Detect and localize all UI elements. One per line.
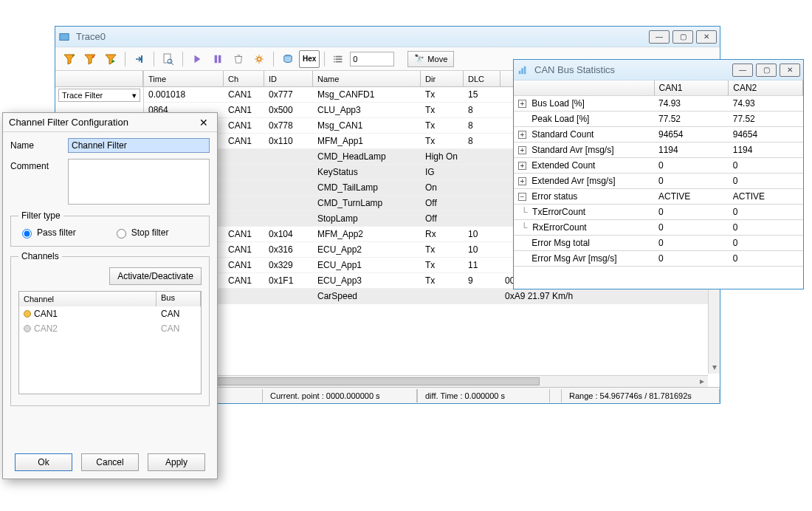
comment-textarea[interactable] <box>68 159 210 205</box>
maximize-button[interactable]: ▢ <box>756 64 777 77</box>
signal-row[interactable]: CarSpeed0xA9 21.97 Km/h <box>144 289 720 304</box>
tree-branch-icon: └ <box>518 222 530 233</box>
name-input[interactable] <box>68 138 210 153</box>
svg-rect-3 <box>164 54 171 63</box>
stats-row[interactable]: Peak Load [%]77.5277.52 <box>514 112 803 127</box>
activate-deactivate-button[interactable]: Activate/Deactivate <box>109 267 202 285</box>
col-ch[interactable]: Ch <box>224 71 264 86</box>
stats-row[interactable]: + Extended Count00 <box>514 158 803 174</box>
ok-button[interactable]: Ok <box>15 453 72 471</box>
svg-point-10 <box>334 58 335 60</box>
stats-row[interactable]: └ TxErrorCount00 <box>514 205 803 220</box>
horizontal-scrollbar[interactable]: ◂ ▸ <box>144 375 708 387</box>
filter-type-legend: Filter type <box>18 210 63 221</box>
list-icon[interactable] <box>329 50 348 68</box>
close-icon[interactable]: ✕ <box>196 116 211 129</box>
stats-row[interactable]: − Error statusACTIVEACTIVE <box>514 189 803 205</box>
bulb-icon <box>24 310 31 318</box>
hex-toggle-icon[interactable]: Hex <box>299 50 320 68</box>
channel-list: Channel Bus CAN1CANCAN2CAN <box>18 291 202 394</box>
trace-filter-dropdown[interactable]: Trace Filter ▾ <box>58 89 140 102</box>
bulb-icon <box>24 325 31 332</box>
stats-row[interactable]: + Standard Avr [msg/s]11941194 <box>514 143 803 158</box>
status-current: Current. point : 0000.000000 s <box>262 389 417 402</box>
stats-col-can1[interactable]: CAN1 <box>654 80 729 96</box>
svg-rect-5 <box>215 55 218 63</box>
expand-icon[interactable]: + <box>518 146 526 154</box>
channel-list-col-channel[interactable]: Channel <box>19 292 156 306</box>
stats-table: CAN1 CAN2 + Bus Load [%]74.9374.93 Peak … <box>514 80 803 267</box>
channel-list-row[interactable]: CAN1CAN <box>19 306 201 321</box>
channels-legend: Channels <box>18 251 62 261</box>
trash-icon[interactable] <box>229 50 248 68</box>
move-button[interactable]: 🔭 Move <box>407 51 454 67</box>
stats-row[interactable]: + Extended Avr [msg/s]00 <box>514 174 803 189</box>
minimize-button[interactable]: — <box>732 64 753 77</box>
binoculars-icon: 🔭 <box>414 54 424 64</box>
stats-row[interactable]: └ RxErrorCount00 <box>514 220 803 236</box>
play-icon[interactable] <box>187 50 207 68</box>
filter-type-group: Filter type Pass filter Stop filter <box>10 210 210 247</box>
stats-title: CAN Bus Statistics <box>533 64 728 75</box>
trace-window-icon <box>58 31 70 43</box>
expand-icon[interactable]: + <box>518 177 526 185</box>
search-doc-icon[interactable] <box>159 50 178 68</box>
stats-row[interactable]: Error Msg total00 <box>514 236 803 251</box>
channel-list-col-bus[interactable]: Bus <box>156 292 201 306</box>
stats-col-can2[interactable]: CAN2 <box>729 80 803 96</box>
filter-add-icon[interactable]: + <box>60 50 79 68</box>
svg-rect-12 <box>519 70 521 73</box>
stats-row[interactable]: + Standard Count9465494654 <box>514 127 803 143</box>
expand-icon[interactable]: + <box>518 162 526 170</box>
status-diff: diff. Time : 0.000000 s <box>417 389 550 402</box>
trace-title: Trace0 <box>75 31 644 42</box>
col-time[interactable]: Time <box>144 71 224 86</box>
expand-icon[interactable]: + <box>518 131 526 139</box>
stats-titlebar[interactable]: CAN Bus Statistics — ▢ ✕ <box>514 60 803 80</box>
svg-rect-6 <box>219 55 221 63</box>
status-range: Range : 54.967746s / 81.781692s <box>561 389 720 402</box>
close-button[interactable]: ✕ <box>696 30 717 44</box>
col-name[interactable]: Name <box>313 71 421 86</box>
minimize-button[interactable]: — <box>649 30 670 44</box>
name-label: Name <box>10 138 62 151</box>
svg-point-9 <box>334 55 335 57</box>
channel-list-row[interactable]: CAN2CAN <box>19 321 201 336</box>
svg-text:+: + <box>72 53 75 58</box>
dialog-title: Channel Filter Configuration <box>9 117 128 128</box>
filter-remove-icon[interactable]: × <box>80 50 100 68</box>
svg-text:×: × <box>92 53 95 60</box>
trace-filter-label: Trace Filter <box>62 91 103 100</box>
col-id[interactable]: ID <box>264 71 313 86</box>
trace-filter-header[interactable] <box>55 71 143 86</box>
svg-point-11 <box>334 61 335 62</box>
dialog-titlebar[interactable]: Channel Filter Configuration ✕ <box>3 113 217 132</box>
close-button[interactable]: ✕ <box>780 64 800 77</box>
maximize-button[interactable]: ▢ <box>672 30 693 44</box>
expand-icon[interactable]: + <box>518 100 526 108</box>
trace-titlebar[interactable]: Trace0 — ▢ ✕ <box>55 27 720 47</box>
svg-rect-14 <box>524 66 526 74</box>
db-icon[interactable] <box>278 50 297 68</box>
comment-label: Comment <box>10 159 62 171</box>
stats-row[interactable]: Error Msg Avr [msg/s]00 <box>514 251 803 267</box>
apply-button[interactable]: Apply <box>148 453 205 471</box>
col-dir[interactable]: Dir <box>421 71 464 86</box>
gear-icon[interactable] <box>250 50 269 68</box>
pass-filter-radio[interactable]: Pass filter <box>18 227 76 239</box>
chevron-down-icon: ▾ <box>132 91 137 100</box>
move-label: Move <box>427 55 447 64</box>
stop-filter-radio[interactable]: Stop filter <box>113 227 169 239</box>
filter-play-icon[interactable] <box>101 50 120 68</box>
col-dlc[interactable]: DLC <box>464 71 500 86</box>
stats-window: CAN Bus Statistics — ▢ ✕ CAN1 CAN2 + Bus… <box>513 59 804 289</box>
stats-col-blank[interactable] <box>514 80 654 96</box>
collapse-icon[interactable]: − <box>518 193 526 201</box>
cancel-button[interactable]: Cancel <box>81 453 139 471</box>
channels-group: Channels Activate/Deactivate Channel Bus… <box>10 251 210 406</box>
pause-icon[interactable] <box>208 50 227 68</box>
toolbar-search-input[interactable] <box>350 52 394 66</box>
goto-end-icon[interactable] <box>130 50 149 68</box>
channel-filter-dialog: Channel Filter Configuration ✕ Name Comm… <box>2 112 218 479</box>
stats-row[interactable]: + Bus Load [%]74.9374.93 <box>514 96 803 112</box>
